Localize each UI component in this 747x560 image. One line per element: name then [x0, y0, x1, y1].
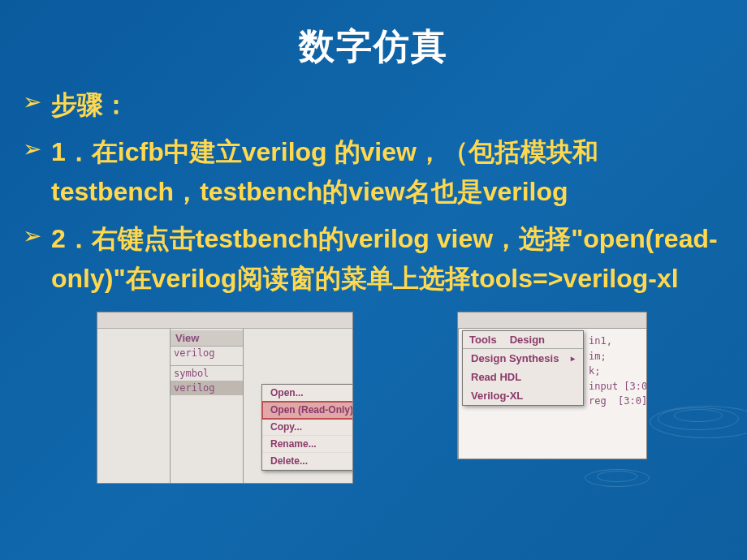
context-menu: Open... Open (Read-Only) Copy... Rename.…	[261, 384, 352, 471]
arrow-icon: ➢	[23, 222, 41, 249]
editor-main: in1, im; k; input [3:0] in1, i reg [3:0]…	[459, 329, 646, 459]
mid-panel: View verilog symbol verilog	[171, 329, 244, 483]
bullet-row-2: ➢ 2．右键点击testbench的verilog view，选择"open(r…	[23, 219, 724, 299]
slide-title: 数字仿真	[0, 0, 747, 85]
menu-item-delete[interactable]: Delete...	[262, 453, 352, 470]
menu-item-verilog-xl[interactable]: Verilog-XL	[463, 386, 583, 405]
slide-content: ➢ 步骤： ➢ 1．在icfb中建立verilog 的view，（包括模块和te…	[0, 85, 747, 299]
screenshot-library-manager: View verilog symbol verilog Open... Open…	[97, 312, 352, 483]
arrow-icon: ➢	[23, 136, 41, 162]
menu-item-copy[interactable]: Copy...	[262, 419, 352, 436]
menu-item-rename[interactable]: Rename...	[262, 436, 352, 453]
toolbar	[97, 312, 352, 329]
menu-item-open[interactable]: Open...	[262, 385, 352, 402]
menu-item-read-hdl[interactable]: Read HDL	[463, 368, 583, 386]
arrow-icon: ➢	[23, 88, 41, 115]
list-item[interactable]: symbol	[171, 366, 243, 381]
menu-item-open-readonly[interactable]: Open (Read-Only)	[262, 402, 352, 419]
bullet-text-0: 步骤：	[51, 85, 129, 126]
left-panel	[97, 329, 171, 483]
view-column-header: View	[171, 330, 243, 347]
screenshot-row: View verilog symbol verilog Open... Open…	[0, 312, 747, 483]
bullet-row-1: ➢ 1．在icfb中建立verilog 的view，（包括模块和testbenc…	[23, 132, 724, 213]
bullet-text-1: 1．在icfb中建立verilog 的view，（包括模块和testbench，…	[51, 132, 724, 213]
list-item[interactable]: verilog	[171, 381, 243, 395]
bullet-row-0: ➢ 步骤：	[23, 85, 724, 126]
chevron-right-icon: ▸	[571, 354, 575, 363]
screenshot-verilog-editor: in1, im; k; input [3:0] in1, i reg [3:0]…	[458, 312, 646, 459]
editor-top	[458, 312, 646, 329]
menu-item-design-synthesis[interactable]: Design Synthesis ▸	[463, 349, 583, 368]
menu-design[interactable]: Design	[503, 331, 551, 348]
tools-dropdown: Tools Design Design Synthesis ▸ Read HDL…	[462, 330, 584, 406]
menubar: Tools Design	[463, 331, 583, 349]
bullet-text-2: 2．右键点击testbench的verilog view，选择"open(rea…	[51, 219, 724, 299]
menu-tools[interactable]: Tools	[463, 331, 503, 348]
view-input[interactable]: verilog	[171, 347, 243, 360]
right-panel: Open... Open (Read-Only) Copy... Rename.…	[244, 329, 352, 483]
